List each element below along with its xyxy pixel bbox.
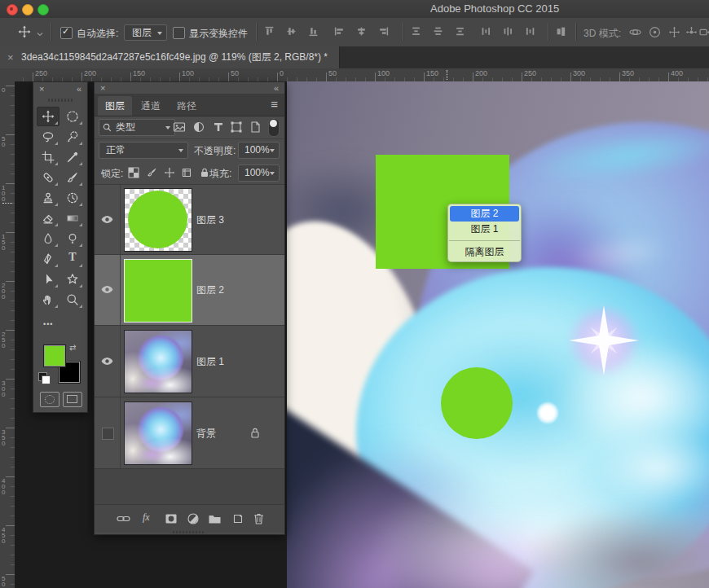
- clone-stamp-tool[interactable]: [37, 188, 59, 208]
- lock-position-icon[interactable]: [164, 167, 175, 178]
- type-tool[interactable]: T: [61, 249, 84, 269]
- tool-preset-chevron[interactable]: [36, 29, 44, 40]
- tab-channels[interactable]: 通道: [134, 96, 168, 116]
- default-colors-icon[interactable]: [38, 372, 50, 384]
- vertical-ruler[interactable]: 0 50 100 150 200 250 300 350 400 450 500: [0, 81, 15, 588]
- align-bottom-edges-button[interactable]: [308, 26, 319, 37]
- lock-image-pixels-icon[interactable]: [146, 167, 157, 178]
- align-top-edges-button[interactable]: [264, 26, 275, 37]
- show-transform-checkbox[interactable]: [173, 27, 185, 39]
- 3d-orbit-icon[interactable]: [629, 26, 641, 37]
- distribute-left-edges-button[interactable]: [481, 26, 492, 37]
- visibility-cell[interactable]: [95, 255, 121, 325]
- filter-type-dropdown[interactable]: 类型: [99, 119, 175, 136]
- distribute-vertical-centers-button[interactable]: [433, 26, 444, 37]
- layer-row-2-selected[interactable]: 图层 2: [95, 255, 284, 326]
- lock-artboard-icon[interactable]: [181, 167, 192, 178]
- dodge-tool[interactable]: [61, 229, 84, 248]
- document-canvas[interactable]: 图层 2 图层 1 隔离图层: [287, 81, 709, 588]
- layer-row-3[interactable]: 图层 3: [95, 185, 284, 255]
- close-icon[interactable]: ×: [39, 84, 44, 94]
- filter-shape-layers-icon[interactable]: [230, 121, 243, 134]
- new-adjustment-layer-icon[interactable]: [187, 512, 200, 525]
- context-menu-item-isolate-layers[interactable]: 隔离图层: [450, 244, 519, 260]
- auto-select-target-dropdown[interactable]: 图层: [124, 24, 167, 41]
- blur-tool[interactable]: [37, 229, 59, 248]
- eye-icon[interactable]: [101, 215, 113, 224]
- layer-row-1[interactable]: 图层 1: [95, 326, 284, 397]
- align-vertical-centers-button[interactable]: [286, 26, 297, 37]
- layer-thumbnail[interactable]: [124, 330, 192, 393]
- fill-dropdown[interactable]: 100%: [238, 165, 280, 182]
- foreground-color-swatch[interactable]: [43, 344, 66, 367]
- layer-name[interactable]: 背景: [196, 427, 216, 441]
- 3d-pan-icon[interactable]: [668, 26, 680, 37]
- 3d-roll-icon[interactable]: [649, 26, 660, 37]
- gradient-tool[interactable]: [61, 208, 84, 228]
- align-left-edges-button[interactable]: [334, 26, 346, 37]
- minimize-window-button[interactable]: [22, 4, 33, 15]
- panel-grip[interactable]: [48, 99, 73, 102]
- align-horizontal-centers-button[interactable]: [356, 26, 368, 37]
- collapse-icon[interactable]: «: [274, 83, 279, 93]
- layer-name[interactable]: 图层 2: [196, 283, 224, 297]
- marquee-tool[interactable]: [61, 107, 84, 126]
- layer-thumbnail[interactable]: [124, 188, 192, 252]
- lock-transparent-pixels-icon[interactable]: [128, 167, 139, 178]
- distribute-bottom-edges-button[interactable]: [455, 26, 466, 37]
- move-tool[interactable]: [37, 107, 59, 126]
- edit-toolbar-icon[interactable]: •••: [43, 320, 53, 328]
- context-menu-item-layer2[interactable]: 图层 2: [450, 206, 519, 222]
- eyedropper-tool[interactable]: [61, 147, 84, 167]
- eye-hidden-box[interactable]: [102, 428, 114, 440]
- filter-toggle-switch[interactable]: [268, 118, 280, 137]
- layer-row-background[interactable]: 背景: [95, 397, 284, 469]
- blend-mode-dropdown[interactable]: 正常: [99, 142, 188, 159]
- quick-mask-button[interactable]: [40, 392, 59, 407]
- context-menu-item-layer1[interactable]: 图层 1: [450, 222, 519, 237]
- panel-menu-icon[interactable]: ≡: [271, 97, 278, 111]
- tab-layers[interactable]: 图层: [98, 96, 132, 116]
- visibility-cell[interactable]: [95, 397, 121, 468]
- visibility-cell[interactable]: [95, 185, 121, 254]
- close-window-button[interactable]: [7, 4, 18, 15]
- distribute-right-edges-button[interactable]: [525, 26, 536, 37]
- pen-tool[interactable]: [37, 249, 59, 269]
- distribute-horizontal-centers-button[interactable]: [503, 26, 514, 37]
- collapse-icon[interactable]: «: [77, 84, 81, 94]
- ruler-origin-box[interactable]: [0, 68, 15, 82]
- custom-shape-tool[interactable]: [61, 270, 84, 289]
- tab-close-icon[interactable]: ×: [7, 46, 14, 68]
- eye-icon[interactable]: [101, 285, 113, 294]
- 3d-camera-icon[interactable]: [699, 26, 709, 37]
- zoom-window-button[interactable]: [37, 4, 49, 15]
- align-right-edges-button[interactable]: [378, 26, 390, 37]
- lasso-tool[interactable]: [37, 127, 59, 147]
- filter-pixel-layers-icon[interactable]: [173, 121, 186, 134]
- distribute-top-edges-button[interactable]: [411, 26, 422, 37]
- layer-name[interactable]: 图层 3: [196, 213, 224, 227]
- layer-thumbnail[interactable]: [124, 259, 192, 323]
- eye-icon[interactable]: [101, 357, 113, 366]
- add-layer-mask-icon[interactable]: [165, 512, 178, 525]
- document-tab[interactable]: × 3dea34c1159845d2a47287e5c16fc49e.jpg @…: [0, 46, 340, 68]
- eraser-tool[interactable]: [37, 208, 59, 228]
- layer3-green-circle[interactable]: [441, 367, 513, 439]
- layer-thumbnail[interactable]: [124, 402, 192, 465]
- screen-mode-button[interactable]: [63, 392, 82, 407]
- zoom-tool[interactable]: [61, 290, 84, 309]
- new-layer-icon[interactable]: [231, 512, 245, 525]
- filter-adjustment-layers-icon[interactable]: [192, 121, 205, 134]
- auto-select-checkbox[interactable]: ✓: [60, 27, 73, 39]
- close-icon[interactable]: ×: [100, 83, 105, 93]
- new-group-folder-icon[interactable]: [208, 512, 222, 525]
- panel-resize-grip[interactable]: [173, 531, 205, 533]
- quick-selection-tool[interactable]: [61, 127, 84, 147]
- lock-all-icon[interactable]: [199, 167, 210, 178]
- filter-smart-objects-icon[interactable]: [249, 121, 262, 134]
- opacity-dropdown[interactable]: 100%: [238, 142, 280, 159]
- horizontal-ruler[interactable]: 250 200 150 100 50 0 50 100 150 200 250 …: [15, 68, 709, 82]
- hand-tool[interactable]: [37, 290, 59, 309]
- layer-style-fx-icon[interactable]: fx: [143, 511, 156, 524]
- visibility-cell[interactable]: [95, 326, 121, 397]
